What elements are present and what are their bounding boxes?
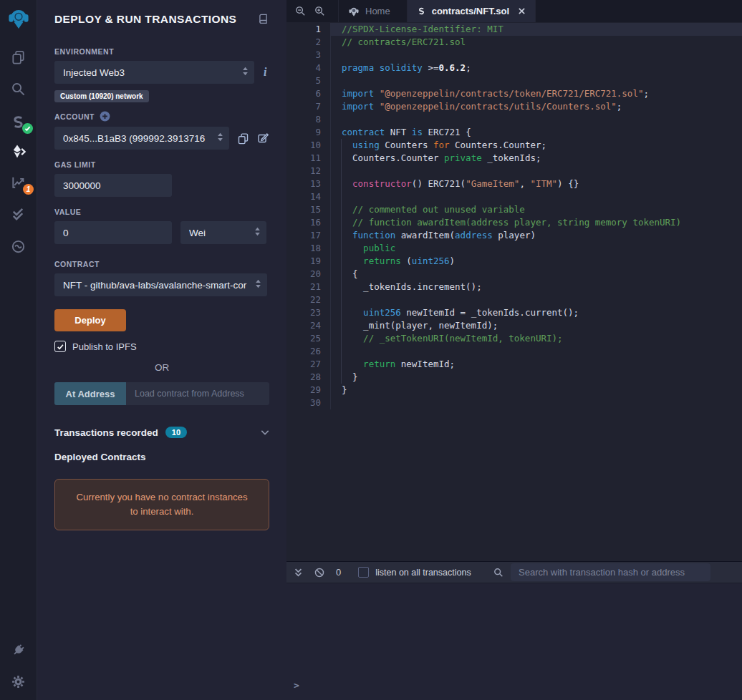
code-line[interactable]: 5 [286, 74, 742, 87]
environment-info-icon[interactable]: i [264, 66, 266, 79]
code-line[interactable]: 13 constructor() ERC721("GameItem", "ITM… [286, 178, 742, 190]
compile-success-badge-icon [22, 123, 33, 134]
collapse-terminal-icon[interactable] [294, 568, 303, 578]
tab-nft-sol[interactable]: contracts/NFT.sol [407, 0, 536, 22]
environment-select[interactable]: Injected Web3 [54, 61, 254, 84]
code-line[interactable]: 6import "@openzeppelin/contracts/token/E… [286, 87, 742, 100]
account-label-row: ACCOUNT [54, 111, 269, 122]
code-line[interactable]: 19 returns (uint256) [286, 255, 742, 268]
code-line[interactable]: 8 [286, 113, 742, 126]
contract-select[interactable]: NFT - github/ava-labs/avalanche-smart-co… [54, 273, 267, 296]
publish-ipfs-checkbox[interactable] [54, 341, 66, 352]
code-line[interactable]: 22 [286, 293, 742, 306]
tab-home[interactable]: Home [338, 0, 400, 22]
code-line[interactable]: 17 function awardItem(address player) [286, 229, 742, 242]
transactions-recorded-row[interactable]: Transactions recorded 10 [54, 427, 269, 438]
account-select[interactable]: 0x845...B1aB3 (999992.3913716 [54, 127, 229, 150]
code-line[interactable]: 29} [286, 384, 742, 397]
deployed-contracts-label: Deployed Contracts [54, 452, 269, 462]
at-address-button[interactable]: At Address [54, 382, 126, 405]
search-icon[interactable] [0, 75, 37, 102]
line-number: 30 [286, 397, 330, 409]
documentation-icon[interactable] [257, 14, 269, 26]
line-number: 28 [286, 371, 330, 384]
line-number: 8 [286, 113, 330, 126]
line-number: 22 [286, 293, 330, 306]
code-line[interactable]: 14 [286, 190, 742, 203]
home-logo-icon [348, 6, 360, 17]
line-number: 27 [286, 358, 330, 371]
gas-limit-input[interactable] [54, 174, 172, 197]
code-lines: 1//SPDX-License-Identifier: MIT2// contr… [286, 23, 742, 409]
code-line[interactable]: 21 _tokenIds.increment(); [286, 281, 742, 293]
line-number: 13 [286, 178, 330, 190]
editor-tabbar: Home contracts/NFT.sol [286, 0, 742, 22]
code-editor[interactable]: 1//SPDX-License-Identifier: MIT2// contr… [286, 22, 742, 561]
sign-message-icon[interactable] [257, 132, 269, 145]
select-caret-icon [242, 67, 249, 79]
code-line[interactable]: 18 public [286, 242, 742, 255]
code-line[interactable]: 20 { [286, 268, 742, 281]
code-line[interactable]: 2// contracts/ERC721.sol [286, 36, 742, 49]
value-input[interactable] [54, 221, 172, 244]
code-line[interactable]: 26 [286, 345, 742, 358]
line-number: 14 [286, 190, 330, 203]
account-label: ACCOUNT [54, 112, 95, 121]
line-number: 2 [286, 36, 330, 49]
analytics-notification-badge: 1 [23, 184, 34, 195]
code-line[interactable]: 9contract NFT is ERC721 { [286, 126, 742, 139]
deploy-run-icon-active[interactable] [0, 138, 37, 165]
unit-testing-icon[interactable] [0, 200, 37, 227]
file-explorer-icon[interactable] [0, 44, 37, 71]
code-line[interactable]: 23 uint256 newItemId = _tokenIds.current… [286, 306, 742, 319]
code-line[interactable]: 1//SPDX-License-Identifier: MIT [286, 23, 742, 36]
environment-label: ENVIRONMENT [54, 47, 269, 56]
app-logo-icon[interactable] [0, 6, 37, 31]
code-line[interactable]: 4pragma solidity >=0.6.2; [286, 62, 742, 74]
line-number: 26 [286, 345, 330, 358]
code-line[interactable]: 30 [286, 397, 742, 409]
line-number: 3 [286, 49, 330, 62]
line-number: 10 [286, 139, 330, 152]
code-line[interactable]: 25 // _setTokenURI(newItemId, tokenURI); [286, 332, 742, 345]
line-number: 12 [286, 165, 330, 178]
code-line[interactable]: 27 return newItemId; [286, 358, 742, 371]
code-line[interactable]: 7import "@openzeppelin/contracts/utils/C… [286, 100, 742, 113]
solidity-compiler-icon[interactable] [0, 108, 37, 135]
line-number: 17 [286, 229, 330, 242]
zoom-out-icon[interactable] [291, 0, 310, 22]
close-tab-icon[interactable] [518, 7, 526, 15]
code-line[interactable]: 24 _mint(player, newItemId); [286, 319, 742, 332]
line-number: 16 [286, 216, 330, 229]
code-line[interactable]: 15 // commented out unused variable [286, 203, 742, 216]
zoom-in-icon[interactable] [310, 0, 329, 22]
clear-console-icon[interactable] [314, 567, 325, 578]
code-line[interactable]: 12 [286, 165, 742, 178]
add-account-icon[interactable] [100, 111, 110, 122]
code-line[interactable]: 28 } [286, 371, 742, 384]
line-number: 25 [286, 332, 330, 345]
or-divider: OR [54, 362, 269, 373]
terminal-search-input[interactable] [511, 563, 710, 581]
code-line[interactable]: 3 [286, 49, 742, 62]
chevron-down-icon[interactable] [261, 429, 269, 436]
code-line[interactable]: 10 using Counters for Counters.Counter; [286, 139, 742, 152]
listen-transactions-checkbox[interactable] [358, 567, 369, 578]
no-instances-alert: Currently you have no contract instances… [54, 479, 269, 530]
line-number: 23 [286, 306, 330, 319]
analytics-icon[interactable]: 1 [0, 168, 37, 195]
code-line[interactable]: 16 // function awardItem(address player,… [286, 216, 742, 229]
pending-tx-count: 0 [336, 567, 341, 578]
line-number: 18 [286, 242, 330, 255]
plugin-manager-icon[interactable] [0, 636, 37, 663]
settings-gear-icon[interactable] [0, 668, 37, 695]
debugger-icon[interactable] [0, 233, 37, 260]
line-number: 19 [286, 255, 330, 268]
deploy-button[interactable]: Deploy [54, 309, 126, 331]
copy-account-icon[interactable] [237, 132, 249, 145]
panel-title: DEPLOY & RUN TRANSACTIONS [54, 13, 236, 26]
value-unit-select[interactable]: Wei [180, 221, 266, 244]
at-address-input[interactable] [126, 382, 269, 405]
terminal-cli[interactable]: > [286, 583, 742, 700]
code-line[interactable]: 11 Counters.Counter private _tokenIds; [286, 152, 742, 165]
